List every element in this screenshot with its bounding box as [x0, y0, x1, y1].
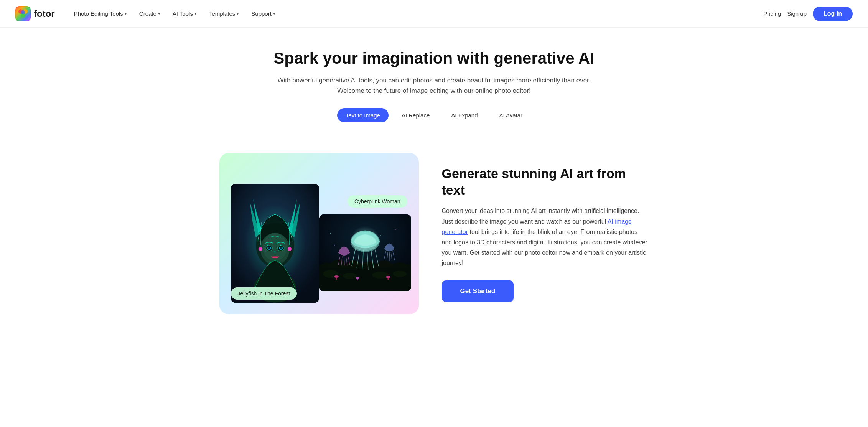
nav-links: Photo Editing Tools ▾ Create ▾ AI Tools … — [69, 7, 764, 20]
chevron-icon: ▾ — [273, 11, 275, 16]
chevron-icon: ▾ — [158, 11, 160, 16]
svg-point-46 — [330, 233, 331, 234]
nav-item-ai-tools[interactable]: AI Tools ▾ — [167, 7, 202, 20]
tab-ai-avatar[interactable]: AI Avatar — [491, 108, 531, 122]
hero-section: Spark your imagination with generative A… — [0, 28, 868, 153]
feature-text-side: Generate stunning AI art from text Conve… — [442, 165, 649, 302]
pricing-link[interactable]: Pricing — [763, 10, 781, 17]
svg-point-34 — [343, 273, 357, 279]
svg-point-20 — [268, 247, 270, 249]
feature-title: Generate stunning AI art from text — [442, 165, 649, 198]
image-card-inner: Cyberpunk Woman — [231, 184, 407, 303]
chevron-icon: ▾ — [237, 11, 239, 16]
svg-rect-38 — [336, 277, 337, 280]
svg-point-14 — [269, 244, 270, 244]
chevron-icon: ▾ — [194, 11, 197, 16]
svg-point-24 — [271, 256, 279, 258]
nav-item-create[interactable]: Create ▾ — [134, 7, 166, 20]
svg-point-47 — [395, 229, 396, 230]
svg-point-13 — [267, 245, 268, 246]
svg-point-49 — [334, 245, 335, 246]
cyberpunk-image — [231, 184, 319, 303]
tab-ai-replace[interactable]: AI Replace — [393, 108, 438, 122]
svg-rect-42 — [387, 277, 389, 280]
nav-right: Pricing Sign up Log in — [763, 7, 853, 21]
image-demo-card: Cyberpunk Woman — [219, 153, 419, 314]
nav-item-support[interactable]: Support ▾ — [246, 7, 281, 20]
get-started-button[interactable]: Get Started — [442, 280, 514, 302]
nav-item-templates[interactable]: Templates ▾ — [204, 7, 244, 20]
feature-description: Convert your ideas into stunning AI art … — [442, 206, 649, 268]
tab-text-to-image[interactable]: Text to Image — [337, 108, 389, 122]
hero-title: Spark your imagination with generative A… — [15, 49, 853, 68]
feature-tabs: Text to Image AI Replace AI Expand AI Av… — [15, 108, 853, 122]
tab-ai-expand[interactable]: AI Expand — [443, 108, 486, 122]
signup-link[interactable]: Sign up — [787, 10, 807, 17]
svg-point-21 — [280, 247, 282, 249]
navbar: fotor Photo Editing Tools ▾ Create ▾ AI … — [0, 0, 868, 28]
chevron-icon: ▾ — [125, 11, 127, 16]
nav-item-photo-editing[interactable]: Photo Editing Tools ▾ — [69, 7, 132, 20]
image-tag-jellyfish: Jellyfish In The Forest — [231, 287, 297, 300]
logo-text: fotor — [34, 8, 55, 19]
svg-point-4 — [21, 10, 25, 14]
svg-point-36 — [393, 271, 407, 277]
svg-point-26 — [288, 247, 292, 251]
svg-point-48 — [380, 235, 381, 236]
svg-rect-40 — [357, 278, 358, 280]
jellyfish-image — [319, 214, 411, 291]
logo-link[interactable]: fotor — [15, 6, 55, 21]
svg-rect-32 — [319, 264, 411, 291]
logo-icon — [15, 6, 31, 21]
hero-subtitle: With powerful generative AI tools, you c… — [277, 75, 591, 96]
content-section: Cyberpunk Woman — [204, 153, 664, 337]
login-button[interactable]: Log in — [813, 7, 853, 21]
svg-point-25 — [259, 247, 262, 251]
image-tag-cyberpunk: Cyberpunk Woman — [348, 195, 407, 208]
